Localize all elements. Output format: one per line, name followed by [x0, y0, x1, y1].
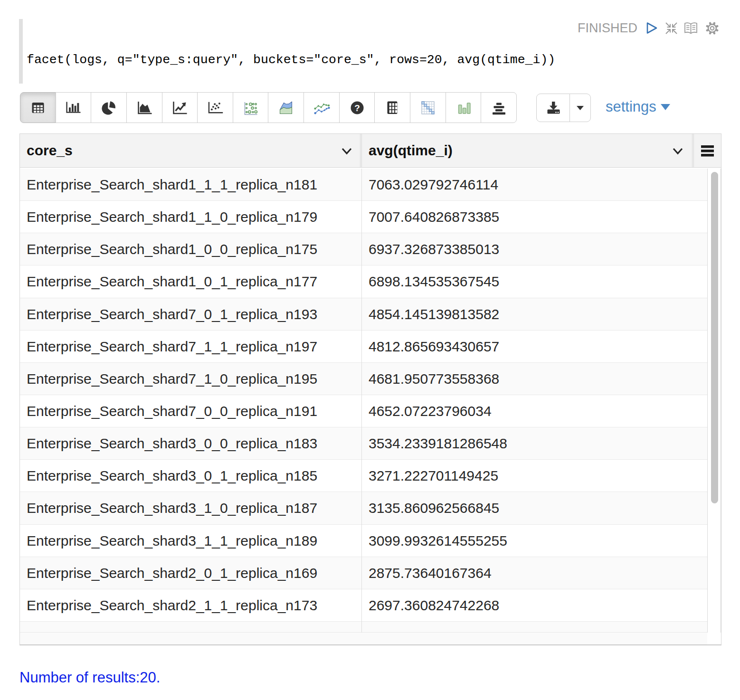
svg-text:?: ? [354, 103, 360, 113]
